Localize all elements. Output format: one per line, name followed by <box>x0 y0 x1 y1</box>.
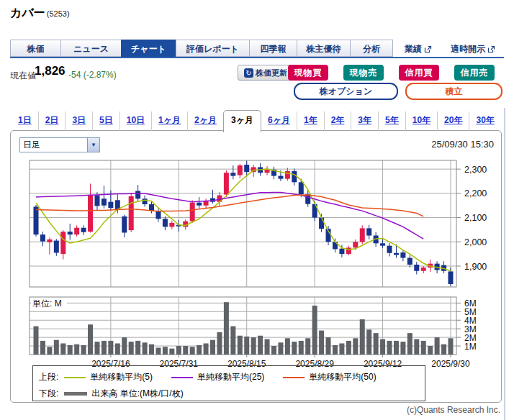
svg-text:2,300: 2,300 <box>464 165 487 175</box>
tab-株価[interactable]: 株価 <box>10 40 60 57</box>
svg-text:2,000: 2,000 <box>464 237 487 247</box>
chevron-down-icon: ▼ <box>87 138 99 152</box>
svg-text:2,100: 2,100 <box>464 213 487 223</box>
external-link-icon <box>487 45 495 53</box>
legend-volume-swatch <box>64 392 87 396</box>
legend-item-単純移動平均(50): 単純移動平均(50) <box>283 371 376 383</box>
tab-underline <box>10 57 504 58</box>
tab-分析[interactable]: 分析 <box>350 40 393 57</box>
tab-株主優待[interactable]: 株主優待 <box>297 40 350 57</box>
external-link-適時開示[interactable]: 適時開示 <box>451 43 495 55</box>
stock-name: カバー <box>10 6 45 19</box>
legend-line-swatch <box>64 377 86 378</box>
current-price-label: 現在値 <box>10 70 36 82</box>
legend-item-単純移動平均(5): 単純移動平均(5) <box>64 371 153 383</box>
refresh-quote-button[interactable]: ↻ 株価更新 <box>238 65 294 81</box>
main-tab-bar: 株価ニュースチャート評価レポート四季報株主優待分析 <box>10 40 393 57</box>
period-tab-30年[interactable]: 30年 <box>469 111 500 131</box>
external-link-業績[interactable]: 業績 <box>405 43 432 55</box>
legend-lower-label: 下段: <box>39 388 58 400</box>
interval-value: 日足 <box>20 138 87 152</box>
legend-item-label: 単純移動平均(5) <box>90 371 153 383</box>
svg-text:1M: 1M <box>464 342 477 352</box>
period-tab-3ヶ月[interactable]: 3ヶ月 <box>223 110 261 132</box>
legend-line-swatch <box>283 377 305 378</box>
period-tab-10日[interactable]: 10日 <box>120 111 151 131</box>
price-change: -54 (-2.87%) <box>68 70 117 80</box>
legend-item-label: 単純移動平均(50) <box>309 371 376 383</box>
legend-item-単純移動平均(25): 単純移動平均(25) <box>171 371 264 383</box>
stock-code: (5253) <box>47 9 70 18</box>
trade-button-信用売[interactable]: 信用売 <box>454 65 495 81</box>
period-tab-5年[interactable]: 5年 <box>378 111 405 131</box>
trade-button-現物買[interactable]: 現物買 <box>288 65 328 81</box>
legend-lower-row: 下段: 出来高 単位:(M株/口/枚) <box>39 388 202 400</box>
period-tab-2日[interactable]: 2日 <box>38 111 66 131</box>
copyright: (c)Quants Research Inc. <box>407 405 500 415</box>
right-divider <box>504 108 505 420</box>
period-tab-3年[interactable]: 3年 <box>351 111 378 131</box>
page-title: カバー(5253) <box>10 6 70 21</box>
period-tab-6ヶ月[interactable]: 6ヶ月 <box>261 111 297 131</box>
sma25-line <box>36 193 423 239</box>
price-volume-chart: 2,3002,2002,1002,0001,9006M5M4M3M2M1M202… <box>11 131 502 403</box>
secondary-button-株オプション[interactable]: 株オプション <box>294 83 398 100</box>
legend-upper-label: 上段: <box>39 371 58 383</box>
external-link-label: 適時開示 <box>451 43 485 55</box>
candlesticks <box>34 161 454 286</box>
chart-panel: 2,3002,2002,1002,0001,9006M5M4M3M2M1M202… <box>10 130 502 403</box>
legend-upper-row: 上段: 単純移動平均(5)単純移動平均(25)単純移動平均(50) <box>39 371 395 383</box>
period-tab-2年[interactable]: 2年 <box>324 111 351 131</box>
period-tab-5日[interactable]: 5日 <box>92 111 120 131</box>
external-link-label: 業績 <box>405 43 422 55</box>
stock-chart-page: カバー(5253) 株価ニュースチャート評価レポート四季報株主優待分析 業績適時… <box>0 0 514 420</box>
period-tab-2ヶ月[interactable]: 2ヶ月 <box>187 111 223 131</box>
chart-timestamp: 25/09/30 15:30 <box>431 139 494 150</box>
refresh-icon: ↻ <box>244 68 253 78</box>
period-tab-20年[interactable]: 20年 <box>437 111 469 131</box>
svg-text:1,900: 1,900 <box>464 262 487 272</box>
legend-item-label: 出来高 単位:(M株/口/枚) <box>91 388 183 400</box>
external-links: 業績適時開示 <box>405 43 495 55</box>
volume-unit-label: 単位: M <box>32 298 62 309</box>
volume-bars <box>34 302 454 355</box>
tab-四季報[interactable]: 四季報 <box>249 40 297 57</box>
tab-評価レポート[interactable]: 評価レポート <box>176 40 249 57</box>
trade-button-現物売[interactable]: 現物売 <box>343 65 384 81</box>
refresh-label: 株価更新 <box>256 68 287 78</box>
period-tab-bar: 1日2日3日5日10日1ヶ月2ヶ月3ヶ月6ヶ月1年2年3年5年10年20年30年 <box>12 112 501 131</box>
current-price-value: 1,826 <box>35 64 66 78</box>
legend-line-swatch <box>171 377 193 378</box>
external-link-icon <box>424 45 432 53</box>
tab-ニュース[interactable]: ニュース <box>60 40 121 57</box>
secondary-button-積立[interactable]: 積立 <box>405 83 502 100</box>
gridlines <box>30 160 461 357</box>
legend-item-volume: 出来高 単位:(M株/口/枚) <box>64 388 183 400</box>
period-tab-10年[interactable]: 10年 <box>405 111 437 131</box>
period-tab-3日[interactable]: 3日 <box>65 111 92 131</box>
trade-button-信用買[interactable]: 信用買 <box>399 65 439 81</box>
tab-チャート[interactable]: チャート <box>121 40 176 57</box>
legend-item-label: 単純移動平均(25) <box>197 371 264 383</box>
svg-text:2,200: 2,200 <box>464 188 487 198</box>
period-tab-1ヶ月[interactable]: 1ヶ月 <box>151 111 187 131</box>
period-tab-1日[interactable]: 1日 <box>12 111 38 131</box>
period-tab-1年[interactable]: 1年 <box>297 111 324 131</box>
svg-text:2025/9/30: 2025/9/30 <box>431 359 470 369</box>
interval-select[interactable]: 日足 ▼ <box>19 137 100 152</box>
chart-legend: 上段: 単純移動平均(5)単純移動平均(25)単純移動平均(50) 下段: 出来… <box>32 365 425 401</box>
